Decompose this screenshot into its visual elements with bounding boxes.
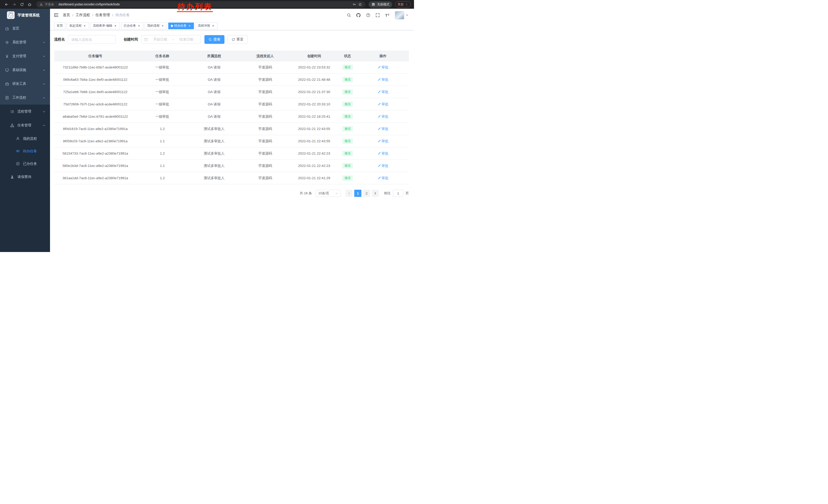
tab-close-icon[interactable]: × — [211, 24, 215, 28]
list-icon — [10, 110, 14, 113]
edit-pencil-icon — [378, 140, 381, 143]
tab-todo-tasks[interactable]: 待办任务× — [168, 22, 194, 29]
password-key-icon[interactable] — [353, 3, 356, 6]
sidebar-item-todo-tasks[interactable]: 待办任务 — [0, 145, 50, 157]
sidebar-item-task-management[interactable]: 任务管理 — [0, 119, 50, 132]
status-badge: 激活 — [342, 64, 353, 70]
approve-link[interactable]: 审批 — [378, 151, 388, 156]
status-badge: 激活 — [342, 151, 353, 156]
github-icon[interactable] — [356, 13, 361, 17]
table-row: 73211d9d-7b9b-11ec-b5b7-acde48001122一级审批… — [54, 61, 409, 74]
breadcrumb-item: 待办任务 — [115, 13, 130, 17]
sidebar-item-my-process[interactable]: 我的流程 — [0, 132, 50, 145]
tab-my-process[interactable]: 我的流程× — [145, 22, 167, 29]
help-icon[interactable] — [366, 13, 370, 17]
sidebar-item-process-management[interactable]: 流程管理 — [0, 104, 50, 119]
tab-process-form-edit[interactable]: 流程表单-编辑× — [90, 22, 120, 29]
tab-close-icon[interactable]: × — [188, 24, 191, 28]
cell-initiator: 芋道源码 — [240, 172, 290, 184]
tab-close-icon[interactable]: × — [137, 24, 141, 28]
cell-status: 激活 — [338, 147, 357, 160]
page-size-select[interactable]: 10条/页 — [316, 190, 341, 197]
chevron-down-icon — [335, 192, 338, 195]
date-range-picker[interactable]: 开始日期 - 结束日期 — [141, 35, 201, 44]
sidebar-item-label: 系统管理 — [12, 40, 26, 45]
goto-page-input[interactable] — [393, 190, 403, 197]
cell-initiator: 芋道源码 — [240, 135, 290, 147]
bookmark-star-icon[interactable] — [358, 3, 362, 6]
font-size-icon[interactable]: TT — [385, 13, 389, 17]
cell-initiator: 芋道源码 — [240, 86, 290, 98]
approve-link[interactable]: 审批 — [378, 78, 388, 82]
approve-link[interactable]: 审批 — [378, 127, 388, 131]
tab-home[interactable]: 首页 — [54, 22, 66, 29]
approve-link[interactable]: 审批 — [378, 102, 388, 107]
breadcrumb: 首页/工作流程/任务管理/待办任务 — [63, 13, 130, 17]
approve-link[interactable]: 审批 — [378, 139, 388, 144]
tab-start-process[interactable]: 发起流程× — [67, 22, 89, 29]
tab-label: 首页 — [57, 24, 63, 28]
column-header: 任务名称 — [136, 51, 188, 61]
home-icon[interactable] — [26, 1, 33, 8]
page-button-2[interactable]: 2 — [363, 190, 370, 197]
approve-link[interactable]: 审批 — [378, 176, 388, 180]
fullscreen-icon[interactable] — [376, 13, 380, 17]
app-logo-row[interactable]: 芋道管理系统 — [0, 9, 50, 21]
forward-icon[interactable] — [11, 1, 17, 8]
address-bar[interactable]: 不安全 dashboard.yudao.iocoder.cn/bpm/task/… — [36, 1, 365, 8]
cell-create-time: 2022-01-21 22:43:55 — [290, 123, 338, 135]
active-tab-dot — [171, 25, 173, 27]
table-row: 069c6a63-7b8a-11ec-8ef0-acde48001122一级审批… — [54, 74, 409, 86]
sidebar-item-leave-query[interactable]: 请假查询 — [0, 170, 50, 184]
sidebar-item-label: 研发工具 — [12, 82, 26, 86]
refresh-icon[interactable] — [18, 1, 25, 8]
chevron-down-icon — [43, 110, 45, 113]
process-name-input[interactable] — [68, 35, 116, 44]
sidebar-item-done-tasks[interactable]: 已办任务 — [0, 157, 50, 170]
tab-done-tasks[interactable]: 已办任务× — [121, 22, 143, 29]
tab-close-icon[interactable]: × — [83, 24, 86, 28]
sidebar-item-home[interactable]: 首页 — [0, 21, 50, 35]
sidebar-item-infrastructure[interactable]: 基础设施 — [0, 63, 50, 77]
tab-process-detail[interactable]: 流程详情× — [195, 22, 217, 29]
breadcrumb-item[interactable]: 首页 — [63, 13, 70, 17]
search-icon[interactable] — [347, 13, 351, 17]
breadcrumb-item[interactable]: 任务管理 — [95, 13, 110, 17]
breadcrumb-item[interactable]: 工作流程 — [76, 13, 90, 17]
gear-icon — [5, 41, 9, 44]
status-badge: 激活 — [342, 77, 353, 83]
reset-button[interactable]: 重置 — [227, 35, 248, 44]
tab-close-icon[interactable]: × — [114, 24, 117, 28]
cell-create-time: 2022-01-22 21:37:30 — [290, 86, 338, 98]
approve-link-label: 审批 — [382, 114, 388, 119]
edit-pencil-icon — [378, 164, 381, 168]
prev-page-button[interactable] — [345, 190, 353, 197]
approve-link[interactable]: 审批 — [378, 114, 388, 119]
calendar-icon — [144, 38, 148, 41]
sidebar-item-dev-tools[interactable]: 研发工具 — [0, 77, 50, 91]
cell-task-name: 一级审批 — [136, 110, 188, 123]
collapse-sidebar-icon[interactable] — [54, 13, 58, 17]
edit-pencil-icon — [378, 91, 381, 94]
sidebar-item-system-management[interactable]: 系统管理 — [0, 35, 50, 49]
next-page-button[interactable] — [372, 190, 379, 197]
tab-close-icon[interactable]: × — [161, 24, 164, 28]
search-button[interactable]: 搜索 — [204, 35, 224, 44]
back-icon[interactable] — [3, 1, 10, 8]
cell-task-name: 1.2 — [136, 147, 188, 160]
approve-link[interactable]: 审批 — [378, 90, 388, 94]
table-row: 58154733-7ac8-11ec-a9e2-a2380e71991a1.2测… — [54, 147, 409, 160]
cell-initiator: 芋道源码 — [240, 123, 290, 135]
tab-label: 我的流程 — [147, 24, 160, 28]
approve-link[interactable]: 审批 — [378, 164, 388, 168]
sidebar-item-payment-management[interactable]: 支付管理 — [0, 49, 50, 63]
cell-process: OA 请假 — [188, 61, 240, 74]
menu-dots-icon[interactable] — [405, 3, 408, 6]
cell-create-time: 2022-01-22 21:48:48 — [290, 74, 338, 86]
cell-process: OA 请假 — [188, 74, 240, 86]
sidebar-item-workflow[interactable]: 工作流程 — [0, 91, 50, 104]
approve-link[interactable]: 审批 — [378, 65, 388, 70]
update-button[interactable]: 更新 — [395, 1, 411, 7]
user-avatar[interactable] — [395, 11, 408, 19]
page-button-1[interactable]: 1 — [354, 190, 362, 197]
